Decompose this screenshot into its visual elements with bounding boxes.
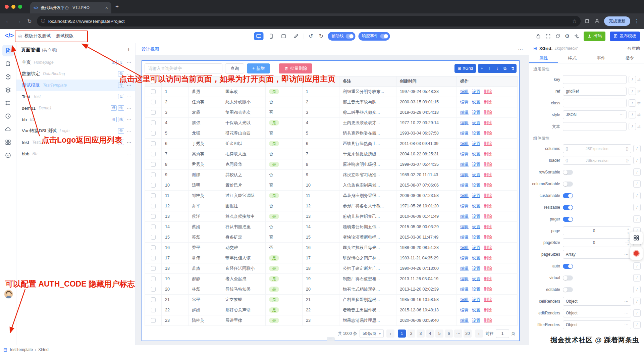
row-edit-link[interactable]: 编辑: [460, 120, 469, 125]
row-edit-link[interactable]: 编辑: [460, 204, 469, 208]
settings-gear-icon[interactable]: ⚙: [565, 33, 570, 39]
row-checkbox[interactable]: [151, 297, 156, 302]
row-checkbox[interactable]: [151, 235, 156, 240]
row-edit-link[interactable]: 编辑: [460, 235, 469, 240]
ai-icon[interactable]: [574, 34, 579, 39]
row-checkbox[interactable]: [151, 162, 156, 167]
swap-icon[interactable]: ⇄: [637, 101, 641, 105]
property-toggle[interactable]: [563, 264, 573, 269]
grid-drag-handle[interactable]: ⋯: [327, 337, 335, 341]
page-number-button[interactable]: 2: [407, 330, 415, 338]
style-json-editor[interactable]: JSON⋯: [563, 110, 627, 119]
row-settings-link[interactable]: 设置: [472, 120, 480, 125]
page-more-icon[interactable]: ⋯: [127, 60, 131, 65]
row-checkbox[interactable]: [151, 318, 156, 323]
row-settings-link[interactable]: 设置: [472, 318, 480, 323]
page-item[interactable]: 主页Homepage主母⋯: [16, 57, 135, 68]
row-checkbox[interactable]: [151, 152, 156, 156]
row-edit-link[interactable]: 编辑: [460, 318, 469, 323]
tablet-view-button[interactable]: [279, 32, 288, 40]
page-more-icon[interactable]: ⋯: [127, 106, 131, 111]
row-delete-link[interactable]: 删除: [484, 256, 492, 260]
new-tab-button[interactable]: +: [115, 3, 119, 10]
row-delete-link[interactable]: 删除: [484, 318, 492, 323]
guides-toggle[interactable]: 辅助线: [328, 32, 356, 41]
page-number-button[interactable]: 6: [445, 330, 453, 338]
row-settings-link[interactable]: 设置: [472, 214, 480, 219]
row-delete-link[interactable]: 删除: [484, 193, 492, 198]
row-delete-link[interactable]: 删除: [484, 235, 492, 240]
row-delete-link[interactable]: 删除: [484, 162, 492, 167]
row-edit-link[interactable]: 编辑: [460, 141, 469, 146]
grid-header-cell[interactable]: 创建时间: [396, 77, 457, 87]
row-settings-link[interactable]: 设置: [472, 110, 480, 115]
row-settings-link[interactable]: 设置: [472, 162, 480, 167]
guides-switch[interactable]: [346, 34, 354, 39]
row-checkbox[interactable]: [151, 172, 156, 177]
row-edit-link[interactable]: 编辑: [460, 162, 469, 167]
row-checkbox[interactable]: [151, 266, 156, 271]
bind-expression-button[interactable]: /: [633, 262, 641, 270]
page-size-select[interactable]: 50条/页 ▾: [360, 329, 384, 338]
status-breadcrumb-current[interactable]: XGrid: [38, 347, 49, 352]
refresh-icon[interactable]: [555, 34, 560, 39]
page-item[interactable]: bbbBb⋯: [16, 148, 135, 159]
inspector-tab[interactable]: 样式: [558, 53, 587, 63]
row-delete-link[interactable]: 删除: [484, 297, 492, 302]
property-number-input[interactable]: 0▴▾: [563, 238, 631, 247]
page-item[interactable]: 数据绑定DataBinding母⋯: [16, 68, 135, 80]
extensions-icon[interactable]: [585, 18, 590, 24]
row-edit-link[interactable]: 编辑: [460, 224, 469, 229]
site-info-icon[interactable]: ⓘ: [41, 18, 45, 24]
address-bar[interactable]: ⓘ localhost:9527/#/web/TemplateProject ☆: [37, 16, 581, 27]
bind-expression-button[interactable]: /: [633, 180, 641, 188]
floating-red-widget[interactable]: [630, 247, 643, 260]
bind-expression-button[interactable]: /: [633, 286, 641, 293]
inspector-tab[interactable]: 属性: [529, 53, 558, 63]
row-delete-link[interactable]: 删除: [484, 287, 492, 292]
page-number-button[interactable]: 5: [435, 330, 443, 338]
page-number-button[interactable]: 20: [464, 330, 472, 338]
tab-close-icon[interactable]: ×: [105, 5, 108, 10]
row-delete-link[interactable]: 删除: [484, 276, 492, 281]
redo-icon[interactable]: ↻: [318, 33, 325, 39]
canvas-more-icon[interactable]: ⋯: [518, 46, 523, 52]
row-checkbox[interactable]: [151, 100, 156, 104]
bind-expression-button[interactable]: /: [629, 76, 636, 83]
page-item[interactable]: bbBb母纯⋯: [16, 114, 135, 125]
row-delete-link[interactable]: 删除: [484, 120, 492, 125]
current-page-name[interactable]: 测试模版: [56, 33, 73, 39]
property-select[interactable]: Object⋯: [563, 297, 631, 306]
row-edit-link[interactable]: 编辑: [460, 266, 469, 271]
grid-add-button[interactable]: + 新增: [247, 63, 270, 73]
move-up-icon[interactable]: ↑: [486, 66, 493, 71]
lock-icon[interactable]: [536, 34, 541, 39]
row-delete-link[interactable]: 删除: [484, 141, 492, 146]
row-edit-link[interactable]: 编辑: [460, 308, 469, 312]
next-page-button[interactable]: ›: [475, 330, 483, 338]
insert-component-icon[interactable]: +: [478, 66, 486, 71]
row-checkbox[interactable]: [151, 256, 156, 260]
property-input[interactable]: [563, 99, 627, 107]
property-select[interactable]: Array⋯: [563, 250, 631, 259]
row-delete-link[interactable]: 删除: [484, 266, 492, 271]
row-delete-link[interactable]: 删除: [484, 131, 492, 136]
row-delete-link[interactable]: 删除: [484, 214, 492, 219]
grid-header-cell[interactable]: [266, 77, 303, 87]
bind-expression-button[interactable]: /: [633, 157, 641, 164]
profile-avatar-icon[interactable]: [594, 18, 600, 24]
browser-update-button[interactable]: 完成更新: [604, 16, 630, 26]
row-settings-link[interactable]: 设置: [472, 256, 480, 260]
row-checkbox[interactable]: [151, 110, 156, 115]
row-settings-link[interactable]: 设置: [472, 100, 480, 104]
page-item[interactable]: 测试模版TestTemplate母⋯: [16, 80, 135, 91]
help-link[interactable]: ◎ 帮助: [628, 46, 640, 51]
row-settings-link[interactable]: 设置: [472, 183, 480, 188]
row-settings-link[interactable]: 设置: [472, 89, 480, 94]
edit-mode-button[interactable]: [291, 32, 301, 40]
grid-header-cell[interactable]: [303, 77, 339, 87]
page-number-button[interactable]: 4: [426, 330, 434, 338]
row-edit-link[interactable]: 编辑: [460, 110, 469, 115]
row-edit-link[interactable]: 编辑: [460, 172, 469, 177]
row-checkbox[interactable]: [151, 308, 156, 312]
